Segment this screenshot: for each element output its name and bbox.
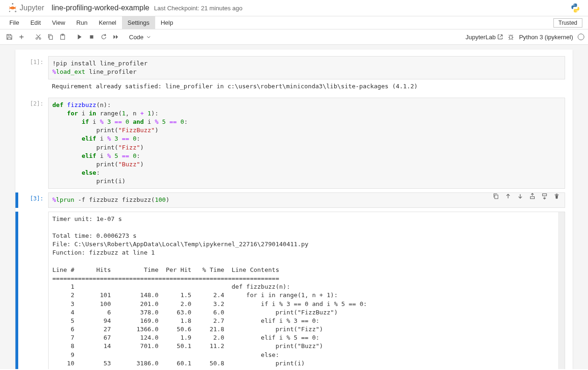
svg-point-0: [12, 3, 14, 5]
kernel-name[interactable]: Python 3 (ipykernel): [519, 34, 573, 41]
move-up-button[interactable]: [503, 192, 513, 201]
external-link-icon: [497, 34, 503, 40]
checkpoint-text: Last Checkpoint: 21 minutes ago: [154, 5, 242, 12]
insert-below-button[interactable]: [540, 192, 549, 201]
menu-edit[interactable]: Edit: [25, 16, 46, 29]
duplicate-cell-button[interactable]: [491, 192, 501, 201]
cell-body: !pip install line_profiler %load_ext lin…: [48, 56, 573, 94]
svg-rect-12: [543, 194, 547, 196]
cell-input[interactable]: !pip install line_profiler %load_ext lin…: [48, 56, 565, 79]
logo-text: Jupyter: [20, 4, 44, 12]
svg-rect-5: [49, 36, 52, 39]
cell-body: def fizzbuzz(n): for i in range(1, n + 1…: [48, 98, 573, 189]
cell-input[interactable]: %lprun -f fizzbuzz fizzbuzz(100): [48, 192, 565, 207]
notebook: [1]:!pip install line_profiler %load_ext…: [15, 50, 573, 369]
python-icon: [570, 3, 581, 13]
svg-rect-8: [90, 36, 93, 39]
kernel-status-icon[interactable]: [578, 34, 584, 40]
cell-body: %lprun -f fizzbuzz fizzbuzz(100): [48, 192, 573, 207]
svg-point-9: [509, 36, 512, 39]
menu-view[interactable]: View: [46, 16, 71, 29]
jupyterlab-link[interactable]: JupyterLab: [466, 34, 503, 41]
cell-prompt: [3]:: [18, 192, 48, 207]
svg-rect-11: [531, 197, 535, 199]
svg-rect-10: [495, 195, 498, 199]
header: Jupyter line-profiling-worked-example La…: [0, 0, 588, 16]
paste-button[interactable]: [57, 31, 68, 43]
insert-above-button[interactable]: [528, 192, 537, 201]
insert-cell-button[interactable]: [16, 31, 27, 43]
cell-output: Timer unit: 1e-07 s Total time: 0.000627…: [49, 212, 565, 369]
interrupt-button[interactable]: [86, 31, 97, 43]
debug-icon[interactable]: [508, 34, 514, 40]
svg-point-1: [15, 11, 16, 12]
menu-file[interactable]: File: [4, 16, 25, 29]
cell-prompt: [1]:: [18, 56, 48, 94]
jupyter-logo[interactable]: Jupyter: [7, 3, 44, 13]
menu-settings[interactable]: Settings: [122, 16, 155, 29]
cell-toolbar: [491, 192, 561, 201]
svg-point-4: [39, 38, 41, 40]
output-prompt: [18, 212, 48, 369]
menu-run[interactable]: Run: [71, 16, 93, 29]
copy-button[interactable]: [45, 31, 56, 43]
cell-0[interactable]: [1]:!pip install line_profiler %load_ext…: [15, 55, 573, 95]
cell-body: Timer unit: 1e-07 s Total time: 0.000627…: [48, 212, 573, 369]
cell-input[interactable]: def fizzbuzz(n): for i in range(1, n + 1…: [48, 98, 565, 189]
save-button[interactable]: [4, 31, 15, 43]
menu-help[interactable]: Help: [155, 16, 179, 29]
output-scrollbar[interactable]: [558, 212, 565, 369]
celltype-select[interactable]: Code: [125, 33, 155, 42]
restart-run-all-button[interactable]: [110, 31, 122, 43]
restart-button[interactable]: [98, 31, 109, 43]
delete-cell-button[interactable]: [552, 192, 561, 201]
notebook-title[interactable]: line-profiling-worked-example: [51, 4, 149, 12]
output-wrapper: Timer unit: 1e-07 s Total time: 0.000627…: [48, 212, 565, 369]
svg-rect-6: [61, 35, 65, 40]
trusted-badge[interactable]: Trusted: [553, 18, 582, 28]
run-button[interactable]: [74, 31, 85, 43]
cell-output: Requirement already satisfied: line_prof…: [48, 79, 565, 93]
celltype-label: Code: [129, 34, 143, 41]
toolbar: Code JupyterLab Python 3 (ipykernel): [0, 29, 588, 45]
cell-1[interactable]: [2]:def fizzbuzz(n): for i in range(1, n…: [15, 97, 573, 190]
cell-prompt: [2]:: [18, 98, 48, 189]
cell-2[interactable]: [3]:%lprun -f fizzbuzz fizzbuzz(100): [15, 192, 573, 208]
jupyter-icon: [7, 3, 18, 13]
svg-point-3: [36, 38, 38, 40]
svg-point-2: [9, 11, 10, 12]
move-down-button[interactable]: [516, 192, 525, 201]
menu-kernel[interactable]: Kernel: [93, 16, 122, 29]
menubar: FileEditViewRunKernelSettingsHelp Truste…: [0, 16, 588, 29]
notebook-area[interactable]: [1]:!pip install line_profiler %load_ext…: [0, 45, 588, 369]
cell-output-row-2: Timer unit: 1e-07 s Total time: 0.000627…: [15, 211, 573, 369]
chevron-down-icon: [146, 35, 151, 39]
cut-button[interactable]: [33, 31, 44, 43]
